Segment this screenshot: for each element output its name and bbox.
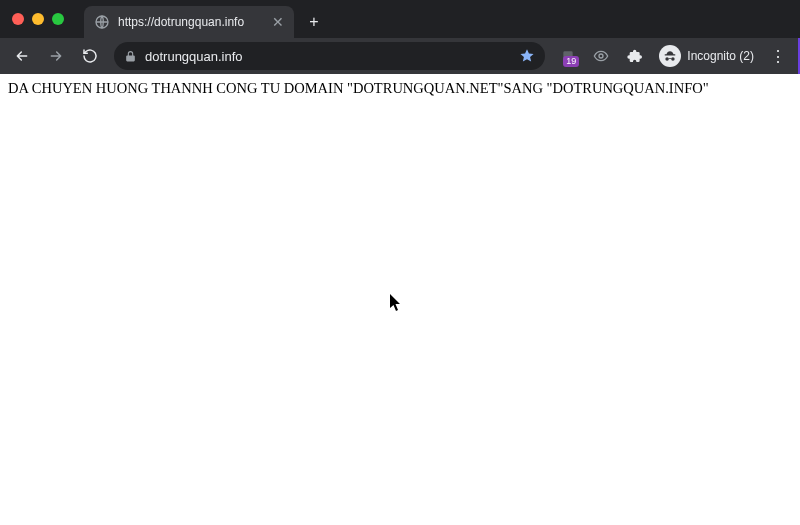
extensions-puzzle-icon[interactable] xyxy=(621,42,649,70)
forward-button[interactable] xyxy=(42,42,70,70)
page-body-text: DA CHUYEN HUONG THANNH CONG TU DOMAIN "D… xyxy=(8,80,792,97)
incognito-label: Incognito (2) xyxy=(687,49,754,63)
close-tab-icon[interactable]: ✕ xyxy=(272,15,284,29)
extension-badge[interactable]: 19 xyxy=(555,43,581,69)
back-button[interactable] xyxy=(8,42,36,70)
window-controls xyxy=(12,13,64,25)
mouse-cursor-icon xyxy=(390,294,402,312)
lock-icon xyxy=(124,50,137,63)
eye-icon[interactable] xyxy=(587,42,615,70)
browser-menu-button[interactable]: ⋮ xyxy=(764,47,792,66)
new-tab-button[interactable]: + xyxy=(300,8,328,36)
maximize-window-button[interactable] xyxy=(52,13,64,25)
close-window-button[interactable] xyxy=(12,13,24,25)
incognito-indicator[interactable]: Incognito (2) xyxy=(655,45,758,67)
page-viewport: DA CHUYEN HUONG THANNH CONG TU DOMAIN "D… xyxy=(0,74,800,525)
browser-toolbar: dotrungquan.info 19 Incognito (2) ⋮ xyxy=(0,38,800,74)
minimize-window-button[interactable] xyxy=(32,13,44,25)
extension-badge-count: 19 xyxy=(563,56,579,67)
tab-strip: https://dotrungquan.info ✕ + xyxy=(0,0,800,38)
address-bar[interactable]: dotrungquan.info xyxy=(114,42,545,70)
tab-title: https://dotrungquan.info xyxy=(118,15,264,29)
url-text: dotrungquan.info xyxy=(145,49,511,64)
bookmark-star-icon[interactable] xyxy=(519,48,535,64)
reload-button[interactable] xyxy=(76,42,104,70)
globe-icon xyxy=(94,14,110,30)
svg-point-2 xyxy=(599,54,603,58)
browser-tab[interactable]: https://dotrungquan.info ✕ xyxy=(84,6,294,38)
toolbar-right: 19 Incognito (2) ⋮ xyxy=(555,42,792,70)
incognito-icon xyxy=(659,45,681,67)
